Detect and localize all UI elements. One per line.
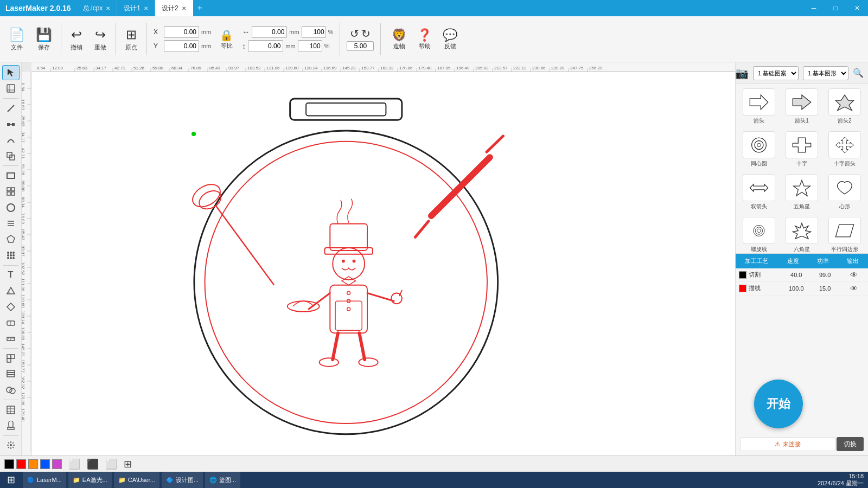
shape-concentric[interactable]: 同心圆: [740, 131, 778, 168]
grid-tool[interactable]: [2, 184, 20, 199]
shape-spiral[interactable]: 螺旋线: [740, 217, 778, 253]
search-icon[interactable]: 🔍: [853, 68, 864, 78]
tab-design1[interactable]: 设计1 ✕: [117, 0, 155, 16]
clone-tool[interactable]: [2, 149, 20, 163]
w-input[interactable]: [252, 26, 287, 38]
diamond-tool[interactable]: [2, 299, 20, 314]
taskbar-item-5[interactable]: 🌐 篮图...: [205, 472, 240, 488]
shape-category-select2[interactable]: 1.基本图形: [803, 66, 848, 80]
cut-eye-icon[interactable]: 👁: [850, 271, 858, 279]
svg-line-3: [8, 105, 14, 112]
svg-line-56: [8, 442, 9, 444]
color-purple[interactable]: [52, 459, 62, 469]
tab-design2-close[interactable]: ✕: [182, 5, 186, 11]
rotate-ccw-button[interactable]: ↺: [350, 27, 359, 40]
rect-tool[interactable]: [2, 168, 20, 183]
frame-tool[interactable]: ⬜: [68, 458, 80, 470]
list-tool[interactable]: [2, 216, 20, 230]
selection-tool[interactable]: ⬛: [87, 458, 99, 470]
y-input[interactable]: [164, 40, 199, 52]
save-button[interactable]: 💾 保存: [31, 25, 56, 54]
color-orange[interactable]: [28, 459, 38, 469]
layer-tool[interactable]: [2, 367, 20, 381]
taskbar-item-1[interactable]: 🔵 LaserM...: [23, 472, 66, 488]
cut-visible[interactable]: 👁: [839, 271, 868, 279]
crop-tool[interactable]: [2, 81, 20, 96]
add-tab-button[interactable]: +: [193, 3, 207, 13]
tab-design2[interactable]: 设计2 ✕: [155, 0, 193, 16]
x-input[interactable]: [164, 26, 199, 38]
grid-bottom-tool[interactable]: ⊞: [124, 458, 132, 470]
taskbar-item-3[interactable]: 📁 CA\User...: [114, 472, 159, 488]
warning-icon: ⚠: [775, 440, 781, 448]
left-tool-panel: T: [0, 62, 22, 455]
ruler-tool[interactable]: [2, 331, 20, 346]
step-value[interactable]: 5.00: [347, 41, 374, 51]
redo-button[interactable]: ↪ 重做: [90, 25, 111, 54]
color-red[interactable]: [16, 459, 26, 469]
curve-tool[interactable]: [2, 133, 20, 147]
start-menu-button[interactable]: ⊞: [0, 472, 22, 488]
multiselect-tool[interactable]: [2, 351, 20, 365]
svg-point-19: [7, 252, 9, 254]
shape-double-arrow[interactable]: 双箭头: [740, 174, 778, 210]
stamp-tool[interactable]: [2, 418, 20, 433]
table-tool[interactable]: [2, 402, 20, 417]
polygon-tool[interactable]: [2, 232, 20, 247]
shape-cross-arrow[interactable]: 十字箭头: [825, 131, 864, 168]
h-input[interactable]: [248, 40, 283, 52]
origin-button[interactable]: ⊞ 原点: [120, 25, 142, 54]
select-tool[interactable]: [2, 65, 20, 80]
shape-cross[interactable]: 十字: [783, 131, 821, 168]
shape-arrow3[interactable]: 箭头2: [825, 88, 864, 125]
tab-lcpx-close[interactable]: ✕: [106, 5, 110, 11]
rotate-cw-button[interactable]: ↻: [361, 27, 371, 40]
mountain-tool[interactable]: [2, 284, 20, 298]
crop-bottom-tool[interactable]: ⬜: [105, 458, 117, 470]
trace-visible[interactable]: 👁: [839, 284, 868, 293]
start-button[interactable]: 开始: [754, 380, 803, 428]
design-canvas[interactable]: [31, 72, 735, 455]
combine-tool[interactable]: [2, 383, 20, 397]
tab-design1-close[interactable]: ✕: [144, 5, 148, 11]
tab-lcpx[interactable]: 总.lcpx ✕: [76, 0, 118, 16]
h-pct-input[interactable]: [298, 40, 322, 52]
taskbar-item-2[interactable]: 📁 EA激光...: [68, 472, 112, 488]
shape-parallelogram[interactable]: 平行四边形: [825, 217, 864, 253]
taskbar-item-4[interactable]: 🔷 设计图...: [162, 472, 203, 488]
restore-button[interactable]: □: [825, 0, 846, 16]
svg-text:230.66: 230.66: [532, 66, 546, 70]
feedback-button[interactable]: 💬 反馈: [441, 26, 459, 53]
shape-star6[interactable]: 六角星: [783, 217, 821, 253]
undo-button[interactable]: ↩ 撤销: [66, 25, 87, 54]
color-blue[interactable]: [40, 459, 50, 469]
cut-button[interactable]: 切换: [837, 437, 864, 451]
shape-star5[interactable]: 五角星: [783, 174, 821, 210]
connect-button[interactable]: ⚠ 未连接: [740, 437, 835, 451]
trace-eye-icon[interactable]: 👁: [850, 284, 858, 293]
shape-category-select1[interactable]: 1.基础图案: [753, 66, 799, 80]
help-button[interactable]: ❓ 帮助: [415, 26, 434, 53]
process-row-cut[interactable]: 切割 40.0 99.0 👁: [736, 268, 868, 282]
node-tool[interactable]: [2, 117, 20, 131]
shape-arrow1[interactable]: 箭头: [740, 88, 778, 125]
pen-tool[interactable]: [2, 101, 20, 115]
close-button[interactable]: ✕: [846, 0, 868, 16]
file-button[interactable]: 📄 文件: [4, 25, 29, 54]
color-black[interactable]: [4, 459, 14, 469]
process-row-trace[interactable]: 描线 100.0 15.0 👁: [736, 282, 868, 296]
canvas-area[interactable]: // Will be drawn dynamically 8.54 12.09 …: [22, 62, 735, 455]
minimize-button[interactable]: ─: [803, 0, 825, 16]
circle-tool[interactable]: [2, 200, 20, 215]
svg-point-177: [342, 260, 345, 263]
w-pct-input[interactable]: [302, 26, 326, 38]
array-tool[interactable]: [2, 248, 20, 262]
lock-button[interactable]: 🔒 等比: [215, 27, 238, 52]
camera-icon[interactable]: 📷: [735, 67, 749, 80]
creature-button[interactable]: 🦁 造物: [390, 26, 409, 53]
special-tool[interactable]: [2, 438, 20, 453]
eraser-tool[interactable]: [2, 315, 20, 330]
shape-heart[interactable]: 心形: [825, 174, 864, 210]
text-tool[interactable]: T: [2, 267, 20, 282]
shape-arrow2[interactable]: 箭头1: [783, 88, 821, 125]
